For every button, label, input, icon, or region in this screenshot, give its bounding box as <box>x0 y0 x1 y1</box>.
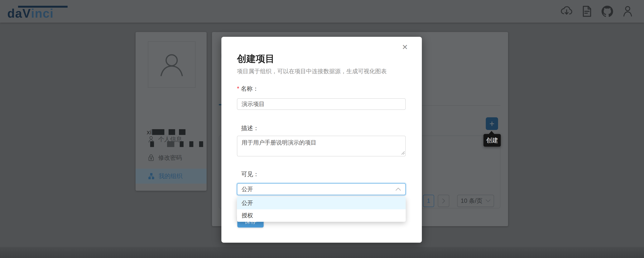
required-asterisk: * <box>237 85 239 92</box>
project-description-textarea[interactable]: 用于用户手册说明演示的项目 <box>237 136 406 156</box>
pagination-next-button[interactable] <box>438 195 449 207</box>
visibility-dropdown: 公开 授权 <box>237 197 406 222</box>
name-field-label: *名称： <box>237 85 259 93</box>
github-icon[interactable] <box>601 5 613 17</box>
sidebar-item-label: 我的组织 <box>158 172 182 180</box>
cloud-download-icon[interactable] <box>561 5 572 17</box>
logo-overline <box>18 6 68 8</box>
avatar-placeholder <box>148 41 196 88</box>
create-project-button[interactable]: + <box>486 117 498 130</box>
user-outline-icon <box>148 136 154 143</box>
logo-text-da: da <box>7 7 22 19</box>
sidebar-item-organizations[interactable]: 我的组织 <box>136 169 206 184</box>
visibility-field-label: 可见： <box>237 170 259 178</box>
davinci-logo[interactable]: daVinci <box>7 3 54 19</box>
document-icon[interactable] <box>581 5 593 17</box>
modal-subtitle: 项目属于组织，可以在项目中连接数据源，生成可视化图表 <box>237 67 387 75</box>
visibility-select-value: 公开 <box>242 185 253 193</box>
app-root: { "header": { "logo_text_left": "da", "l… <box>0 0 644 258</box>
page-size-select[interactable]: 10 条/页 <box>457 195 494 207</box>
page-bottom-strip <box>0 247 644 258</box>
avatar-person-icon <box>157 50 186 79</box>
description-field-label: 描述： <box>237 124 259 132</box>
logo-text-inci: inci <box>31 7 54 19</box>
pagination-page-1[interactable]: 1 <box>423 195 434 207</box>
textarea-resize-handle[interactable] <box>401 151 405 155</box>
project-name-input[interactable] <box>237 98 406 110</box>
chevron-down-icon <box>486 199 490 202</box>
close-icon[interactable]: ✕ <box>400 42 410 52</box>
logo-text-v: V <box>22 7 31 19</box>
org-chart-icon <box>148 173 154 179</box>
profile-sidebar: xí 个人信息 修改密码 我的组织 <box>136 32 206 191</box>
chevron-right-icon <box>442 198 445 204</box>
dropdown-option-public[interactable]: 公开 <box>237 197 406 209</box>
sidebar-item-profile[interactable]: 个人信息 <box>136 132 206 147</box>
page-number: 1 <box>427 197 430 204</box>
plus-icon: + <box>490 119 494 128</box>
tooltip-label: 创建 <box>486 136 498 144</box>
user-icon[interactable] <box>622 5 634 17</box>
app-header: daVinci <box>0 0 644 23</box>
page-size-value: 10 条/页 <box>461 197 482 205</box>
create-tooltip: 创建 <box>484 134 501 147</box>
dropdown-option-authorized[interactable]: 授权 <box>237 209 406 222</box>
visibility-select[interactable]: 公开 <box>237 183 406 195</box>
lock-icon <box>148 154 154 161</box>
sidebar-item-password[interactable]: 修改密码 <box>136 150 206 165</box>
sidebar-item-label: 修改密码 <box>158 154 182 162</box>
header-icon-group <box>561 0 634 23</box>
modal-title: 创建项目 <box>237 52 274 65</box>
sidebar-item-label: 个人信息 <box>158 135 182 143</box>
chevron-up-icon <box>395 187 401 191</box>
